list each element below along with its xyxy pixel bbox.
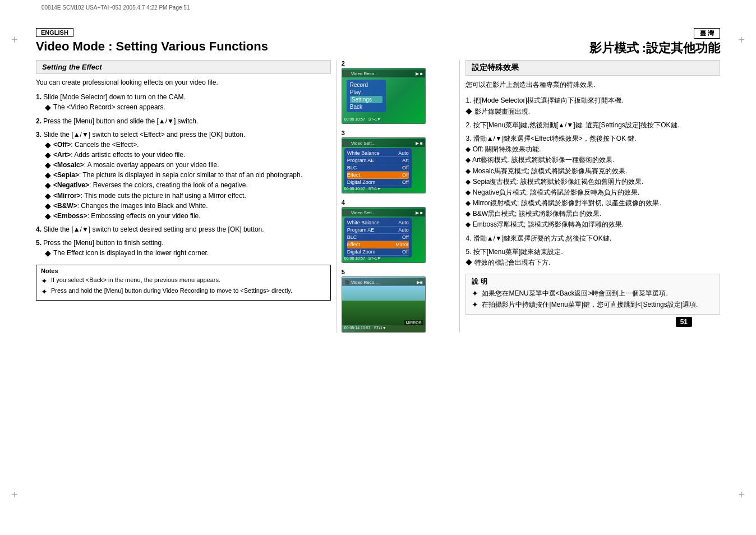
step-3-sub-8: ◆ <Emboss>: Embossing effects on your vi… [36, 211, 331, 221]
step-num-3: 3. [36, 131, 43, 139]
main-title-cn: 影片模式 :設定其他功能 [391, 41, 720, 56]
menu-overlay-2: Record Play Settings Back [347, 80, 386, 112]
cn-step-num-3: 3. [465, 135, 473, 142]
sub-text-3-6: <Mirror>: This mode cuts the picture in … [53, 191, 331, 201]
bullet-icon: ◆ [45, 140, 51, 150]
note-text-2: Press and hold the [Menu] button during … [51, 287, 292, 294]
cam-time-3: 00:00 10:57 [344, 187, 365, 191]
step-3-sub-2: ◆ <Art>: Adds artistic effects to your v… [36, 150, 331, 160]
cn-sub-1-1: 影片錄製畫面出現. [474, 108, 530, 116]
settings-row-effect-4: EffectMirror [347, 241, 409, 248]
screenshot-2: 🎥 Video Reco... ▶ ■ Record Play Settings… [342, 68, 426, 124]
effect-icon-5: MIRROR [404, 320, 422, 325]
file-reference: 00814E SCM102 USA+TAI~053 2005.4.7 4:22 … [42, 4, 190, 11]
reg-mark-br: + [738, 488, 745, 501]
cn-step-3-sub-8: ◆ Emboss浮雕模式; 該模式將影像轉為如浮雕的效果. [465, 219, 720, 230]
step-text-5: Press the [Menu] button to finish settin… [43, 239, 163, 247]
cn-sub-3-6: Mirror鏡射模式; 該模式將賦於影像對半對切, 以產生鏡像的效果. [473, 199, 661, 207]
bullet-icon: ◆ [45, 180, 51, 190]
step-num-1: 1. [36, 93, 43, 101]
cn-step-num-1: 1. [465, 96, 473, 104]
bullet-icon: ◆ [45, 201, 51, 211]
bullet-icon: ◆ [465, 188, 471, 196]
step-num-5: 5. [36, 239, 43, 247]
cam-time-5: 00:05:14 10:57 [344, 326, 371, 330]
cam-topbar-icons-2: ▶ ■ [416, 71, 423, 76]
section-title-cn: 設定特殊效果 [465, 60, 720, 76]
step-3-sub-4: ◆ <Sepia>: The picture is displayed in s… [36, 170, 331, 180]
sub-text-3-7: <B&W>: Changes the images into Black and… [53, 201, 331, 211]
cn-step-text-2: 按下[Menu菜單]鍵,然後滑動[▲/▼]鍵. 選完[Settings設定]後按… [473, 121, 679, 129]
taiwan-badge: 臺 灣 [694, 28, 720, 39]
step-3-sub-6: ◆ <Mirror>: This mode cuts the picture i… [36, 191, 331, 201]
cam-topbar-icons-3: ▶ ■ [416, 141, 423, 146]
cam-status-5: ST•1▼ [374, 326, 386, 330]
cn-step-num-4: 4. [465, 234, 473, 242]
settings-overlay-3: White BalanceAuto Program AEArt BLCOff E… [344, 148, 412, 188]
cn-step-num-5: 5. [465, 248, 473, 256]
cam-topbar-4: 🎥 Video Sett... ▶ ■ [342, 209, 425, 216]
bullet-icon: ◆ [45, 191, 51, 201]
menu-item-back: Back [350, 103, 382, 110]
sub-text-3-2: <Art>: Adds artistic effects to your vid… [53, 150, 331, 160]
step-1-sub-1: ◆ The <Video Record> screen appears. [36, 102, 331, 112]
settings-row-ae-3: Program AEArt [347, 157, 409, 164]
settings-row-wb-4: White BalanceAuto [347, 219, 409, 227]
sub-text-3-4: <Sepia>: The picture is displayed in sep… [53, 170, 331, 180]
sub-text-3-8: <Emboss>: Embossing effects on your vide… [53, 211, 331, 221]
cn-step-3-sub-1: ◆ Off: 關閉特殊效果功能. [465, 144, 720, 155]
cn-step-3-sub-6: ◆ Mirror鏡射模式; 該模式將賦於影像對半對切, 以產生鏡像的效果. [465, 198, 720, 209]
cn-sub-3-4: Sepia復古模式: 該模式將賦於影像紅褐色如舊照片的效果. [473, 178, 644, 186]
scr-num-2: 2 [342, 60, 455, 67]
cn-notes-title: 說 明 [472, 277, 714, 287]
cam-bottombar-3: 00:00 10:57 ST•1▼ [342, 185, 425, 192]
bullet-icon: ◆ [465, 178, 471, 186]
menu-item-play: Play [350, 89, 382, 96]
cn-sub-3-1: Off: 關閉特殊效果功能. [473, 145, 541, 153]
settings-row-wb-3: White BalanceAuto [347, 150, 409, 157]
cn-step-text-3: 滑動▲/▼]鍵來選擇<Effect特殊效果>，然後按下OK 鍵. [473, 135, 637, 142]
step-4: 4. Slide the [▲/▼] switch to select desi… [36, 224, 331, 234]
settings-row-blc-3: BLCOff [347, 164, 409, 172]
cn-sub-5-1: 特效的標記會出現右下方. [474, 259, 550, 266]
settings-row-blc-4: BLCOff [347, 234, 409, 241]
cam-topbar-3: 🎥 Video Sett... ▶ ■ [342, 139, 425, 147]
step-text-2: Press the [Menu] button and slide the [▲… [43, 117, 198, 125]
cn-step-5: 5. 按下[Menu菜單]鍵來結束設定. ◆ 特效的標記會出現右下方. [465, 247, 720, 268]
screenshot-5: 🎥 Video Reco... ▶■ 00:05:14 10:57 ST•1▼ … [342, 276, 426, 333]
step-5: 5. Press the [Menu] button to finish set… [36, 238, 331, 258]
cam-topbar-icons-5: ▶■ [417, 280, 423, 285]
cn-step-text-5: 按下[Menu菜單]鍵來結束設定. [473, 248, 563, 256]
reg-mark-tr: + [738, 34, 745, 47]
bullet-icon: ◆ [465, 210, 471, 218]
step-3-sub-3: ◆ <Mosaic>: A mosaic overlay appears on … [36, 160, 331, 170]
step-num-2: 2. [36, 117, 43, 125]
cam-status-2: ST•1▼ [368, 117, 381, 121]
reg-mark-bl: + [11, 488, 18, 501]
scr-num-5: 5 [342, 269, 455, 275]
screenshot-2-wrapper: 2 🎥 Video Reco... ▶ ■ Record Play Settin… [342, 60, 455, 124]
cn-step-1-sub-1: ◆ 影片錄製畫面出現. [465, 107, 720, 117]
cam-topbar-icons-4: ▶ ■ [416, 210, 423, 215]
cam-topbar-text-5: 🎥 Video Reco... [344, 280, 378, 285]
screenshot-3: 🎥 Video Sett... ▶ ■ White BalanceAuto Pr… [342, 137, 426, 193]
cam-topbar-5: 🎥 Video Reco... ▶■ [342, 278, 425, 286]
bullet-icon: ◆ [465, 259, 472, 266]
cn-step-text-1: 把[Mode Selector]模式選擇鍵向下扳動來打開本機. [473, 96, 623, 104]
cam-topbar-text-2: 🎥 Video Reco... [344, 71, 378, 76]
sub-text-1-1: The <Video Record> screen appears. [53, 102, 331, 112]
steps-list-en: 1. Slide [Mode Selector] down to turn on… [36, 92, 331, 258]
cn-step-3-sub-7: ◆ B&W黑白模式; 該模式將影像轉黑白的效果. [465, 209, 720, 219]
content-wrapper: Setting the Effect You can create profes… [36, 60, 720, 333]
right-header: 臺 灣 影片模式 :設定其他功能 [391, 28, 720, 56]
cn-sub-3-2: Art藝術模式. 該模式將賦於影像一種藝術的效果. [472, 156, 614, 164]
cn-step-1: 1. 把[Mode Selector]模式選擇鍵向下扳動來打開本機. ◆ 影片錄… [465, 95, 720, 117]
cn-sub-3-8: Emboss浮雕模式; 該模式將影像轉為如浮雕的效果. [473, 220, 624, 228]
cam-status-4: ST•1▼ [368, 256, 381, 260]
cam-status-3: ST•1▼ [368, 187, 381, 191]
cam-time-2: 00:00 10:57 [344, 117, 365, 121]
cn-note-text-2: 在拍攝影片中持續按住[Menu菜單]鍵，您可直接跳到<[Settings設定]選… [482, 300, 698, 310]
bullet-icon: ◆ [45, 170, 51, 180]
bullet-icon: ◆ [465, 167, 471, 175]
step-3-sub-1: ◆ <Off>: Cancels the <Effect>. [36, 140, 331, 150]
